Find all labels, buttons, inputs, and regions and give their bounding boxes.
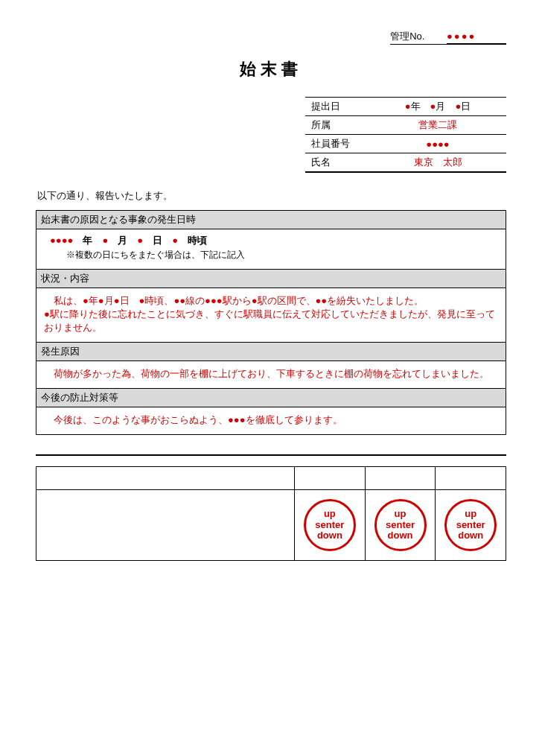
header-value-submit-date: ●年 ●月 ●日: [369, 98, 506, 116]
stamp-cell-2: up senter down: [365, 490, 436, 561]
stamp-top-wide: [36, 467, 295, 490]
stamp-line: down: [388, 530, 413, 541]
sec-future-body: 今後は、このような事がおこらぬよう、●●●を徹底して参ります。: [36, 407, 506, 435]
header-label-name: 氏名: [305, 153, 369, 173]
stamp-top-1: [295, 467, 366, 490]
stamp-bottom-wide: [36, 490, 295, 561]
sec-datetime-note: ※複数の日にちをまたぐ場合は、下記に記入: [66, 249, 498, 261]
stamp-line: senter: [456, 520, 485, 531]
sec-cause-body: 荷物が多かった為、荷物の一部を棚に上げており、下車するときに棚の荷物を忘れてしま…: [36, 361, 506, 389]
stamp-seal-icon: up senter down: [304, 499, 356, 551]
header-label-submit-date: 提出日: [305, 98, 369, 116]
stamp-table: up senter down up senter down up senter …: [36, 466, 506, 561]
stamp-top-2: [365, 467, 436, 490]
stamp-cell-1: up senter down: [295, 490, 366, 561]
header-label-empno: 社員番号: [305, 135, 369, 153]
sec-datetime-head: 始末書の原因となる事象の発生日時: [36, 211, 506, 229]
sec-cause-head: 発生原因: [36, 343, 506, 361]
stamp-line: up: [324, 509, 336, 520]
intro-text: 以下の通り、報告いたします。: [37, 189, 506, 203]
stamp-line: down: [458, 530, 483, 541]
stamp-cell-3: up senter down: [436, 490, 506, 561]
header-table: 提出日 ●年 ●月 ●日 所属 営業二課 社員番号 ●●●● 氏名 東京 太郎: [305, 97, 506, 173]
sec-future-head: 今後の防止対策等: [36, 389, 506, 407]
header-label-dept: 所属: [305, 116, 369, 135]
header-value-name: 東京 太郎: [369, 153, 506, 173]
header-value-dept: 営業二課: [369, 116, 506, 135]
control-number-value: ●●●●: [447, 31, 506, 44]
sec-situation-body: 私は、●年●月●日 ●時頃、●●線の●●●駅から●駅の区間で、●●を紛失いたしま…: [36, 288, 506, 343]
control-number-label: 管理No.: [390, 30, 424, 43]
stamp-line: up: [395, 509, 406, 520]
stamp-line: senter: [386, 520, 415, 531]
document-title: 始末書: [36, 58, 506, 80]
sec-datetime-line: ●●●● 年 ● 月 ● 日 ● 時頃: [50, 235, 207, 246]
stamp-top-3: [436, 467, 506, 490]
sec-datetime-body: ●●●● 年 ● 月 ● 日 ● 時頃 ※複数の日にちをまたぐ場合は、下記に記入: [36, 229, 506, 270]
stamp-line: senter: [315, 520, 344, 531]
main-table: 始末書の原因となる事象の発生日時 ●●●● 年 ● 月 ● 日 ● 時頃 ※複数…: [36, 210, 506, 435]
stamp-line: down: [317, 530, 342, 541]
sec-situation-head: 状況・内容: [36, 270, 506, 288]
stamp-seal-icon: up senter down: [374, 499, 427, 551]
stamp-seal-icon: up senter down: [444, 499, 497, 551]
divider: [36, 454, 506, 456]
stamp-line: up: [465, 509, 476, 520]
header-value-empno: ●●●●: [369, 135, 506, 153]
control-number-row: 管理No. ●●●●: [36, 30, 506, 45]
